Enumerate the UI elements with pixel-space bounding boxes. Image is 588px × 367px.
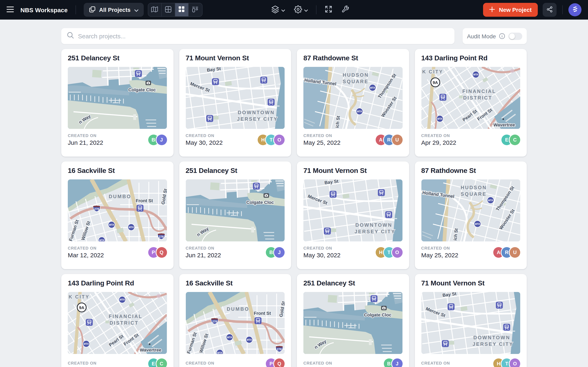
audit-mode-label: Audit Mode [467,33,496,39]
map-tools-cluster [271,5,349,15]
view-toggle-grid[interactable] [175,3,189,16]
hamburger-menu-button[interactable] [7,6,14,13]
card-footer: CREATED ONJun 21, 2022 B J [68,129,167,146]
project-title: 71 Mount Vernon St [421,279,520,287]
avatar-group: P Q [266,359,285,367]
avatar: U [510,247,520,258]
created-on-label: CREATED ON [303,133,341,138]
created-date: Apr 29, 2022 [421,139,456,146]
created-date: May 25, 2022 [303,139,341,146]
plus-icon [489,6,495,13]
created-on-label: CREATED ON [303,361,332,365]
app-root: MTA 278 [0,0,588,367]
card-footer: CREATED ONMay 30, 2022 H T O [303,242,402,259]
created-on-label: CREATED ON [421,133,456,138]
map-settings-dropdown[interactable] [294,5,308,15]
grid-view-icon [178,6,185,13]
avatar-group: P Q [148,247,167,258]
tools-wrench-button[interactable] [341,5,349,14]
layers-dropdown[interactable] [271,5,285,15]
new-project-button[interactable]: New Project [483,3,538,17]
created-on-label: CREATED ON [303,246,341,250]
chevron-down-icon [281,7,285,13]
map-thumbnail [186,67,285,129]
search-input[interactable] [78,33,449,40]
created-on-label: CREATED ON [186,361,214,365]
project-card[interactable]: 16 Sackville St CREATED ON P Q [179,274,291,367]
view-toggle-split[interactable] [162,3,175,16]
expand-fullscreen-icon [324,5,332,14]
project-title: 16 Sackville St [68,167,167,175]
avatar: Q [156,247,167,258]
project-card[interactable]: 251 Delancey St CREATED ONJun 21, 2022 B… [61,49,173,157]
created-on-label: CREATED ON [186,133,223,138]
projects-filter-dropdown[interactable]: All Projects [84,3,144,17]
project-card[interactable]: 87 Rathdowne St CREATED ONMay 25, 2022 A… [297,49,409,157]
toggle-knob [509,33,515,39]
header-divider [75,5,76,14]
project-card[interactable]: 251 Delancey St CREATED ON B J [297,274,409,367]
map-thumbnail [68,292,167,354]
project-title: 71 Mount Vernon St [303,167,402,175]
project-card[interactable]: 16 Sackville St CREATED ONMar 12, 2022 P… [61,161,173,269]
map-thumbnail [303,179,402,242]
project-card[interactable]: 71 Mount Vernon St CREATED ONMay 30, 202… [179,49,291,157]
project-title: 251 Delancey St [303,279,402,287]
gear-icon [294,5,302,15]
hamburger-icon [7,6,14,13]
created-on-label: CREATED ON [421,361,450,365]
project-title: 143 Darling Point Rd [68,279,167,287]
created-date: May 25, 2022 [421,252,458,259]
map-thumbnail [186,292,285,354]
main-content: Audit Mode 251 Delancey St CREATED ONJun… [0,20,588,367]
account-logo-button[interactable] [568,3,581,16]
project-title: 87 Rathdowne St [421,167,520,175]
map-thumbnail [421,67,520,129]
created-on-label: CREATED ON [186,246,221,250]
project-card[interactable]: 251 Delancey St CREATED ONJun 21, 2022 B… [179,161,291,269]
card-footer: CREATED ON H T O [421,354,520,367]
card-footer: CREATED ONMar 12, 2022 P Q [68,242,167,259]
avatar: O [392,247,402,258]
new-project-label: New Project [499,7,532,13]
project-title: 251 Delancey St [186,167,285,175]
controls-row: Audit Mode [61,28,527,44]
project-title: 16 Sackville St [186,279,285,287]
card-footer: CREATED ONMay 30, 2022 H T O [186,129,285,146]
workspace-title: NBS Workspace [20,6,68,13]
share-button[interactable] [543,3,557,17]
project-card[interactable]: 87 Rathdowne St CREATED ONMay 25, 2022 A… [415,161,527,269]
fullscreen-button[interactable] [324,5,332,14]
info-icon[interactable] [499,33,505,39]
audit-mode-toggle[interactable] [509,33,522,40]
card-footer: CREATED ONJun 21, 2022 B J [186,242,285,259]
map-thumbnail [421,179,520,242]
map-thumbnail [186,179,285,242]
avatar-group: H T O [375,247,402,258]
created-date: Jun 21, 2022 [68,139,103,146]
avatar: J [156,134,167,145]
view-toggle-map[interactable] [148,3,162,16]
avatar-group: B J [148,134,167,145]
created-date: May 30, 2022 [186,139,223,146]
board-view-icon [192,6,199,14]
chevron-down-icon [304,7,308,13]
project-card[interactable]: 143 Darling Point Rd CREATED ON E C [61,274,173,367]
view-toggle-board[interactable] [189,3,202,16]
created-on-label: CREATED ON [421,246,458,250]
project-card[interactable]: 71 Mount Vernon St CREATED ON H T O [415,274,527,367]
avatar-group: H T O [493,359,520,367]
header-actions: New Project [483,3,581,17]
created-on-label: CREATED ON [68,133,103,138]
map-thumbnail [421,292,520,354]
map-thumbnail [303,67,402,129]
project-card-grid: 251 Delancey St CREATED ONJun 21, 2022 B… [61,49,527,367]
created-on-label: CREATED ON [68,361,96,365]
actions-divider [562,5,563,14]
search-icon [67,32,74,40]
project-card[interactable]: 143 Darling Point Rd CREATED ONApr 29, 2… [415,49,527,157]
avatar: Q [274,359,285,367]
audit-mode-control: Audit Mode [463,28,527,44]
project-card[interactable]: 71 Mount Vernon St CREATED ONMay 30, 202… [297,161,409,269]
chevron-down-icon [134,7,138,13]
